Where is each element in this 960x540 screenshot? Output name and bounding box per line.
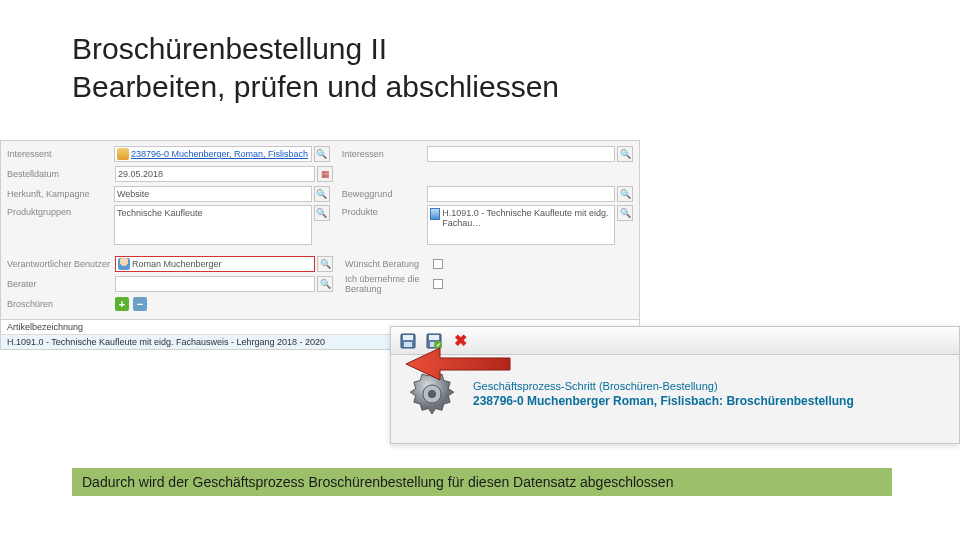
- process-step-label: Geschäftsprozess-Schritt (Broschüren-Bes…: [473, 380, 854, 392]
- field-herkunft[interactable]: Website: [114, 186, 312, 202]
- label-bestelldatum: Bestelldatum: [7, 169, 115, 179]
- lookup-icon[interactable]: 🔍: [314, 146, 330, 162]
- checkbox-wunschtberatung[interactable]: [433, 259, 443, 269]
- field-produkte[interactable]: H.1091.0 - Technische Kaufleute mit eidg…: [427, 205, 615, 245]
- field-beweggrund[interactable]: [427, 186, 615, 202]
- lookup-icon[interactable]: 🔍: [617, 146, 633, 162]
- slide-subtitle: Bearbeiten, prüfen und abschliessen: [72, 70, 559, 104]
- row-produktgruppen: Produktgruppen Technische Kaufleute 🔍 Pr…: [7, 205, 633, 247]
- label-produkte: Produkte: [342, 205, 427, 217]
- label-broschueren: Broschüren: [7, 299, 115, 309]
- lookup-icon[interactable]: 🔍: [314, 205, 330, 221]
- field-bestelldatum[interactable]: 29.05.2018: [115, 166, 315, 182]
- add-icon[interactable]: +: [115, 297, 129, 311]
- field-interessen[interactable]: [427, 146, 615, 162]
- label-produktgruppen: Produktgruppen: [7, 205, 114, 245]
- save-and-complete-button[interactable]: ✔: [423, 330, 445, 352]
- row-interessent: Interessent 238796-0 Muchenberger, Roman…: [7, 145, 633, 163]
- cancel-button[interactable]: ✖: [449, 330, 471, 352]
- produkte-value: H.1091.0 - Technische Kaufleute mit eidg…: [442, 208, 612, 228]
- verantwortlicher-value: Roman Muchenberger: [132, 259, 222, 269]
- field-verantwortlicher[interactable]: Roman Muchenberger: [115, 256, 315, 272]
- svg-point-9: [428, 390, 435, 397]
- interessent-link[interactable]: 238796-0 Muchenberger, Roman, Fislisbach: [131, 149, 308, 159]
- label-interessent: Interessent: [7, 149, 114, 159]
- lookup-icon[interactable]: 🔍: [617, 205, 633, 221]
- row-broschueren: Broschüren + −: [7, 295, 633, 313]
- label-verantwortlicher: Verantwortlicher Benutzer: [7, 259, 115, 269]
- lookup-icon[interactable]: 🔍: [317, 256, 333, 272]
- lookup-icon[interactable]: 🔍: [317, 276, 333, 292]
- save-button[interactable]: [397, 330, 419, 352]
- row-verantwortlicher: Verantwortlicher Benutzer Roman Muchenbe…: [7, 255, 633, 273]
- field-berater[interactable]: [115, 276, 315, 292]
- gear-icon: [403, 365, 461, 423]
- lookup-icon[interactable]: 🔍: [617, 186, 633, 202]
- slide-title: Broschürenbestellung II: [72, 32, 387, 66]
- document-icon: [430, 208, 440, 220]
- svg-rect-2: [404, 342, 412, 347]
- row-bestelldatum: Bestelldatum 29.05.2018 ▦: [7, 165, 633, 183]
- row-herkunft: Herkunft, Kampagne Website 🔍 Beweggrund …: [7, 185, 633, 203]
- label-ichuebernehme: Ich übernehme die Beratung: [345, 274, 431, 294]
- svg-text:✔: ✔: [436, 342, 441, 348]
- field-interessent[interactable]: 238796-0 Muchenberger, Roman, Fislisbach: [114, 146, 312, 162]
- contact-icon: [117, 148, 129, 160]
- process-record-title: 238796-0 Muchenberger Roman, Fislisbach:…: [473, 394, 854, 408]
- label-berater: Berater: [7, 279, 115, 289]
- row-berater: Berater 🔍 Ich übernehme die Beratung: [7, 275, 633, 293]
- calendar-icon[interactable]: ▦: [317, 166, 333, 182]
- checkbox-ichuebernehme[interactable]: [433, 279, 443, 289]
- user-icon: [118, 258, 130, 270]
- process-panel: ✔ ✖ Geschäftsprozess-Schritt (Broschüren…: [390, 326, 960, 444]
- process-text: Geschäftsprozess-Schritt (Broschüren-Bes…: [473, 380, 854, 408]
- label-beweggrund: Beweggrund: [342, 189, 427, 199]
- footer-note: Dadurch wird der Geschäftsprozess Brosch…: [72, 468, 892, 496]
- label-interessen: Interessen: [342, 149, 427, 159]
- svg-rect-4: [429, 335, 439, 340]
- process-toolbar: ✔ ✖: [391, 327, 959, 355]
- svg-rect-1: [403, 335, 413, 340]
- lookup-icon[interactable]: 🔍: [314, 186, 330, 202]
- field-produktgruppen[interactable]: Technische Kaufleute: [114, 205, 312, 245]
- label-herkunft: Herkunft, Kampagne: [7, 189, 114, 199]
- remove-icon[interactable]: −: [133, 297, 147, 311]
- label-wunschtberatung: Wünscht Beratung: [345, 259, 431, 269]
- form-panel: Interessent 238796-0 Muchenberger, Roman…: [0, 140, 640, 350]
